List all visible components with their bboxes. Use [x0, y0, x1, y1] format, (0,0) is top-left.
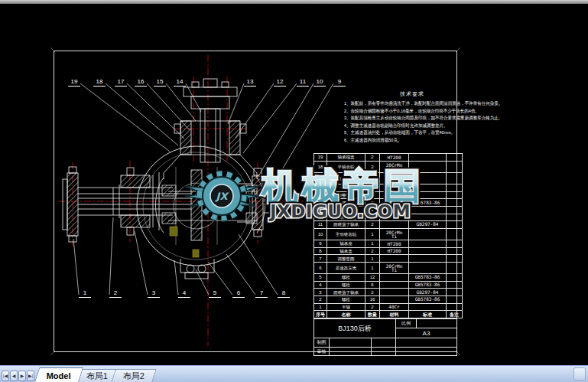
parts-cell	[409, 161, 447, 172]
parts-cell: 主动锥齿轮	[327, 228, 365, 240]
parts-cell	[447, 172, 463, 184]
parts-cell	[380, 295, 409, 303]
parts-cell	[409, 191, 447, 199]
parts-cell: 20CrMn Ti	[380, 161, 409, 172]
parts-cell: 1	[365, 184, 380, 191]
parts-cell	[447, 240, 463, 247]
parts-cell: 1	[365, 240, 380, 247]
parts-cell: 8	[314, 247, 327, 255]
tab-nav-buttons: |◀◀▶▶|	[2, 371, 34, 381]
parts-cell	[447, 221, 463, 229]
parts-cell	[409, 255, 447, 263]
parts-cell	[447, 214, 463, 221]
parts-cell	[409, 303, 447, 311]
parts-cell: 8	[365, 199, 380, 207]
parts-cell: 2	[365, 154, 380, 162]
parts-header-cell: 名称	[327, 311, 365, 318]
part-callout-15: 15	[154, 78, 166, 87]
parts-header-cell: 材料	[380, 311, 409, 318]
parts-cell	[447, 289, 463, 296]
parts-cell: 19	[314, 154, 327, 162]
part-callout-13: 13	[244, 78, 256, 87]
notes-line: 6、主减速器内加润滑脂50克。	[344, 137, 468, 145]
parts-cell: GB5783-86	[409, 199, 447, 207]
part-callout-16: 16	[135, 78, 147, 87]
tab-nav-prev-button[interactable]: ◀	[10, 371, 18, 381]
parts-cell: 1	[365, 255, 380, 263]
part-callout-18: 18	[93, 78, 106, 87]
parts-cell: 14	[314, 199, 327, 207]
pinion-assembly	[164, 79, 257, 179]
parts-cell: 7	[314, 255, 327, 263]
parts-cell	[409, 228, 447, 240]
parts-header-cell: 备注	[447, 311, 463, 318]
part-callout-11: 11	[297, 78, 309, 87]
parts-cell: 18	[314, 161, 327, 172]
tab-布局2[interactable]: 布局2	[111, 369, 157, 382]
parts-cell: 12	[365, 274, 380, 282]
parts-cell: 行星齿轮	[327, 172, 365, 184]
parts-cell: 半轴齿轮	[327, 161, 365, 172]
parts-cell	[447, 191, 463, 199]
parts-cell: 2	[365, 289, 380, 296]
part-callout-14: 14	[174, 78, 186, 87]
notes-title: 技术要求	[355, 90, 469, 98]
part-callout-2: 2	[109, 289, 122, 298]
parts-cell: 圆锥滚子轴承	[327, 289, 365, 296]
part-callout-5: 5	[209, 289, 221, 298]
parts-cell	[447, 199, 463, 207]
parts-cell	[380, 191, 409, 199]
tab-nav-last-button[interactable]: ▶|	[27, 371, 34, 381]
part-callout-10: 10	[313, 78, 326, 87]
notes-line: 3、装配后须检查主从动齿轮啮合间隙及印痕，如不符合要求需重新调整至合格为止。	[344, 115, 468, 122]
layout-tab-bar: |◀◀▶▶| Model布局1布局2	[0, 365, 588, 382]
parts-cell	[409, 206, 447, 214]
parts-cell: 13	[314, 206, 327, 214]
tab-nav-first-button[interactable]: |◀	[2, 371, 9, 381]
tab-Model[interactable]: Model	[34, 367, 83, 382]
parts-cell: 20CrMn Ti	[380, 228, 409, 240]
tabbar-scroll-thumb[interactable]	[573, 367, 586, 380]
parts-cell: GB5783-86	[409, 295, 447, 303]
parts-cell: 螺栓	[327, 274, 365, 282]
part-callout-7: 7	[255, 289, 268, 298]
parts-cell	[447, 206, 463, 214]
part-callout-8: 8	[278, 289, 290, 298]
parts-cell: 1	[365, 262, 380, 273]
parts-cell: 40Cr	[380, 303, 409, 311]
parts-cell: 2	[365, 191, 380, 199]
parts-cell	[409, 240, 447, 247]
parts-cell: 轴承盖	[327, 247, 365, 255]
parts-cell: 轴承端盖	[327, 154, 365, 162]
parts-cell	[380, 289, 409, 296]
tab-nav-next-button[interactable]: ▶	[18, 371, 26, 381]
right-flange	[237, 168, 286, 237]
parts-cell: 螺栓	[327, 295, 365, 303]
parts-cell: 1	[365, 206, 380, 214]
part-callout-1: 1	[79, 289, 91, 298]
case-bottom-boss	[180, 259, 214, 279]
model-space-viewport[interactable]: 技术要求 1、装配前，所有零件均需清洗干净，装配时配合面间涂润滑油，不许带有任何…	[0, 4, 588, 365]
parts-cell: 6	[365, 281, 380, 289]
title-block: BJ130后桥 比例 A3 制图 审核	[313, 318, 457, 356]
parts-cell	[447, 184, 463, 191]
parts-cell	[380, 274, 409, 282]
parts-cell: 调整垫圈	[327, 255, 365, 263]
parts-cell: 轴承座	[327, 240, 365, 247]
part-callout-9: 9	[333, 78, 346, 87]
parts-cell: 十字轴	[327, 184, 365, 191]
parts-cell	[409, 262, 447, 273]
parts-cell: 5	[314, 274, 327, 282]
parts-cell: 差速器左壳	[327, 262, 365, 273]
sheet-size: A3	[395, 328, 457, 338]
parts-cell: 3	[314, 289, 327, 296]
notes-line: 4、调整主减速器齿轮副啮合印痕时允许加减调整垫片。	[344, 122, 468, 130]
part-callout-12: 12	[274, 78, 286, 87]
parts-cell	[447, 274, 463, 282]
parts-cell	[380, 221, 409, 229]
part-callout-19: 19	[68, 78, 80, 87]
notes-line: 5、主减速器油封处，从动齿轮端面，下齿平，齿宽40mm。	[344, 129, 468, 137]
tab-label: 布局1	[86, 371, 108, 382]
parts-cell: 2	[365, 161, 380, 172]
parts-cell: 1	[314, 303, 327, 311]
